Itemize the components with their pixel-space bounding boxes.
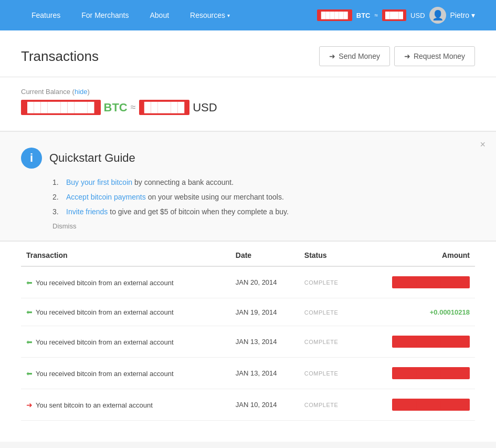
invite-friends-link[interactable]: Invite friends xyxy=(66,207,108,216)
table-header-row: Transaction Date Status Amount xyxy=(21,242,475,266)
usd-label: USD xyxy=(193,101,217,114)
request-icon: ➜ xyxy=(404,52,410,60)
btc-amount: ██████████ xyxy=(21,100,101,115)
tx-description: ⬅You received bitcoin from an external a… xyxy=(21,266,230,298)
tx-date: JAN 10, 2014 xyxy=(230,389,299,421)
request-money-button[interactable]: ➜ Request Money xyxy=(394,46,475,66)
tx-status: COMPLETE xyxy=(304,309,339,316)
avatar: 👤 xyxy=(429,7,446,24)
tx-status: COMPLETE xyxy=(304,279,339,286)
col-status: Status xyxy=(299,242,358,266)
tx-amount: ██████████ xyxy=(358,266,475,298)
nav-features[interactable]: Features xyxy=(21,0,71,30)
accept-payments-link[interactable]: Accept bitcoin payments xyxy=(66,193,146,201)
col-transaction: Transaction xyxy=(21,242,230,266)
main-content: Transactions ➜ Send Money ➜ Request Mone… xyxy=(0,30,496,442)
tx-description: ⬅You received bitcoin from an external a… xyxy=(21,298,230,326)
tx-description: ➜You sent bitcoin to an external account xyxy=(21,389,230,421)
tx-amount: +0.00010218 xyxy=(358,298,475,326)
table-row[interactable]: ⬅You received bitcoin from an external a… xyxy=(21,298,475,326)
nav-for-merchants[interactable]: For Merchants xyxy=(71,0,139,30)
tx-date: JAN 19, 2014 xyxy=(230,298,299,326)
table-row[interactable]: ⬅You received bitcoin from an external a… xyxy=(21,326,475,358)
dismiss-link[interactable]: Dismiss xyxy=(52,222,475,230)
amount-redacted: ██████████ xyxy=(392,367,470,379)
tx-date: JAN 13, 2014 xyxy=(230,358,299,389)
quickstart-header: i Quickstart Guide xyxy=(21,148,475,169)
received-icon: ⬅ xyxy=(26,308,33,316)
sent-icon: ➜ xyxy=(26,401,33,409)
amount-redacted: ██████████ xyxy=(392,399,470,411)
received-icon: ⬅ xyxy=(26,338,33,346)
quickstart-list: 1. Buy your first bitcoin by connecting … xyxy=(52,178,475,216)
quickstart-close-button[interactable]: × xyxy=(480,139,486,150)
usd-amount: ██████ xyxy=(139,100,190,115)
transactions-header: Transactions ➜ Send Money ➜ Request Mone… xyxy=(0,30,496,77)
balance-amounts: ██████████ BTC ≈ ██████ USD xyxy=(21,100,475,115)
btc-label: BTC xyxy=(104,101,128,114)
received-icon: ⬅ xyxy=(26,278,33,287)
tx-status: COMPLETE xyxy=(304,370,339,377)
nav-btc-balance: ██████ xyxy=(317,9,352,21)
transactions-section: Transaction Date Status Amount ⬅You rece… xyxy=(0,242,496,442)
quickstart-item-2: 2. Accept bitcoin payments on your websi… xyxy=(52,193,475,201)
tx-amount: ██████████ xyxy=(358,358,475,389)
nav-btc-label: BTC xyxy=(356,12,371,19)
nav-right: ██████ BTC ≈ ████ USD 👤 Pietro ▾ xyxy=(317,7,475,24)
send-money-button[interactable]: ➜ Send Money xyxy=(319,46,390,66)
nav-approx: ≈ xyxy=(374,12,378,19)
quickstart-section: × i Quickstart Guide 1. Buy your first b… xyxy=(0,132,496,242)
send-icon: ➜ xyxy=(329,52,335,60)
tx-amount: ██████████ xyxy=(358,326,475,358)
buy-bitcoin-link[interactable]: Buy your first bitcoin xyxy=(66,178,132,186)
nav-about[interactable]: About xyxy=(140,0,180,30)
header-buttons: ➜ Send Money ➜ Request Money xyxy=(319,46,475,66)
transactions-table: Transaction Date Status Amount ⬅You rece… xyxy=(21,242,475,421)
tx-date: JAN 13, 2014 xyxy=(230,326,299,358)
nav-resources[interactable]: Resources ▾ xyxy=(180,0,240,30)
table-row[interactable]: ➜You sent bitcoin to an external account… xyxy=(21,389,475,421)
tx-status: COMPLETE xyxy=(304,402,339,408)
tx-description: ⬅You received bitcoin from an external a… xyxy=(21,326,230,358)
tx-amount: ██████████ xyxy=(358,389,475,421)
col-date: Date xyxy=(230,242,299,266)
table-row[interactable]: ⬅You received bitcoin from an external a… xyxy=(21,266,475,298)
resources-dropdown-arrow: ▾ xyxy=(227,13,230,18)
amount-redacted: ██████████ xyxy=(392,276,470,288)
navbar: Features For Merchants About Resources ▾… xyxy=(0,0,496,30)
nav-usd-label: USD xyxy=(410,12,425,19)
hide-balance-link[interactable]: hide xyxy=(75,88,88,96)
balance-section: Current Balance (hide) ██████████ BTC ≈ … xyxy=(0,77,496,132)
table-row[interactable]: ⬅You received bitcoin from an external a… xyxy=(21,358,475,389)
quickstart-item-3: 3. Invite friends to give and get $5 of … xyxy=(52,207,475,216)
quickstart-title: Quickstart Guide xyxy=(49,151,135,165)
info-icon: i xyxy=(21,148,42,169)
col-amount: Amount xyxy=(358,242,475,266)
balance-label: Current Balance (hide) xyxy=(21,88,475,96)
quickstart-item-1: 1. Buy your first bitcoin by connecting … xyxy=(52,178,475,186)
tx-date: JAN 20, 2014 xyxy=(230,266,299,298)
amount-redacted: ██████████ xyxy=(392,336,470,348)
nav-usd-balance: ████ xyxy=(382,9,406,21)
nav-links: Features For Merchants About Resources ▾ xyxy=(21,0,317,30)
received-icon: ⬅ xyxy=(26,369,33,378)
tx-status: COMPLETE xyxy=(304,339,339,345)
user-name[interactable]: Pietro ▾ xyxy=(450,11,475,19)
approx-symbol: ≈ xyxy=(131,102,136,113)
page-title: Transactions xyxy=(21,48,99,65)
amount-value: +0.00010218 xyxy=(430,308,470,316)
tx-description: ⬅You received bitcoin from an external a… xyxy=(21,358,230,389)
